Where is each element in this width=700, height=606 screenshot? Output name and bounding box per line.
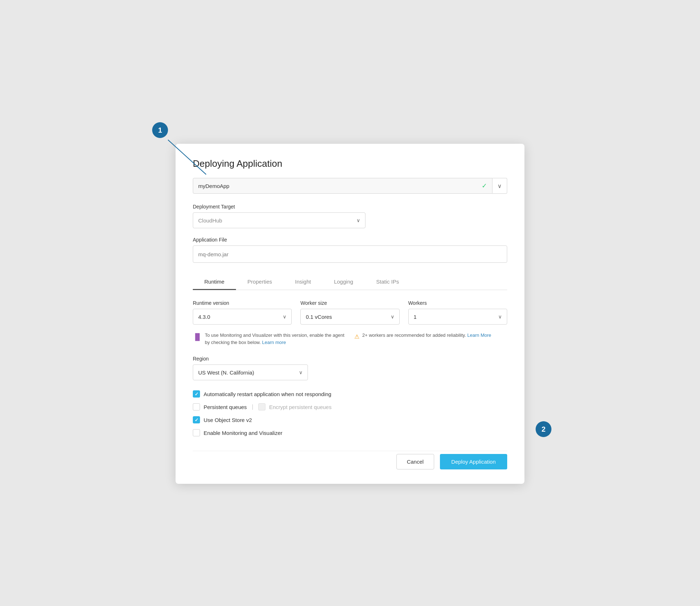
worker-size-chevron-icon: ∨: [391, 314, 394, 320]
worker-size-label: Worker size: [300, 300, 399, 306]
workers-info: ⚠ 2+ workers are recommended for added r…: [354, 332, 507, 346]
runtime-version-label: Runtime version: [193, 300, 292, 306]
pipe-divider: |: [252, 404, 253, 410]
app-name-value: myDemoApp: [198, 183, 229, 189]
monitoring-visualizer-checkbox[interactable]: [193, 429, 200, 436]
persistent-queues-label: Persistent queues: [204, 404, 247, 410]
region-dropdown[interactable]: US West (N. California) ∨: [193, 364, 308, 380]
object-store-row: Use Object Store v2: [193, 416, 507, 423]
region-chevron-icon: ∨: [299, 369, 303, 375]
worker-size-field: Worker size 0.1 vCores ∨: [300, 300, 399, 325]
deployment-target-dropdown[interactable]: CloudHub ∨: [193, 212, 365, 228]
deployment-target-label: Deployment Target: [193, 204, 507, 210]
runtime-version-dropdown[interactable]: 4.3.0 ∨: [193, 309, 292, 325]
auto-restart-row: Automatically restart application when n…: [193, 390, 507, 398]
encrypt-queues-label: Encrypt persistent queues: [269, 404, 331, 410]
deploy-application-button[interactable]: Deploy Application: [440, 454, 507, 469]
modal-title: Deploying Application: [193, 158, 507, 169]
warning-icon: ⚠: [354, 332, 359, 341]
worker-size-dropdown[interactable]: 0.1 vCores ∨: [300, 309, 399, 325]
tab-logging[interactable]: Logging: [322, 274, 364, 290]
application-file-label: Application File: [193, 237, 507, 243]
tabs-container: Runtime Properties Insight Logging Stati…: [193, 274, 507, 290]
app-selector-chevron[interactable]: ∨: [492, 178, 507, 194]
region-label: Region: [193, 356, 507, 362]
cancel-button[interactable]: Cancel: [396, 454, 434, 469]
tab-insight[interactable]: Insight: [283, 274, 322, 290]
workers-info-text: 2+ workers are recommended for added rel…: [362, 332, 466, 338]
deploy-modal: Deploying Application myDemoApp ✓ ∨ Depl…: [176, 144, 524, 484]
tab-runtime[interactable]: Runtime: [193, 274, 236, 290]
encrypt-queues-checkbox: [258, 403, 265, 410]
footer-buttons: Cancel Deploy Application: [193, 451, 507, 469]
workers-value: 1: [414, 314, 417, 320]
tab-properties[interactable]: Properties: [236, 274, 283, 290]
workers-field: Workers 1 ∨: [408, 300, 507, 325]
runtime-grid: Runtime version 4.3.0 ∨ Worker size 0.1 …: [193, 300, 507, 325]
persistent-queues-checkbox[interactable]: [193, 403, 200, 410]
monitoring-visualizer-label: Enable Monitoring and Visualizer: [204, 430, 282, 436]
runtime-version-chevron-icon: ∨: [283, 314, 286, 320]
auto-restart-checkbox[interactable]: [193, 390, 200, 398]
app-input-box[interactable]: myDemoApp ✓: [193, 178, 492, 194]
monitoring-icon: ▐▌: [193, 332, 202, 342]
runtime-version-field: Runtime version 4.3.0 ∨: [193, 300, 292, 325]
workers-dropdown[interactable]: 1 ∨: [408, 309, 507, 325]
region-value: US West (N. California): [198, 369, 254, 376]
info-row: ▐▌ To use Monitoring and Visualizer with…: [193, 332, 507, 346]
auto-restart-label: Automatically restart application when n…: [204, 391, 331, 397]
monitoring-learn-more-link[interactable]: Learn more: [262, 340, 286, 345]
checkboxes-section: Automatically restart application when n…: [193, 390, 507, 436]
annotation-1: 1: [152, 122, 168, 138]
workers-label: Workers: [408, 300, 507, 306]
deployment-target-value: CloudHub: [198, 217, 222, 224]
monitoring-info: ▐▌ To use Monitoring and Visualizer with…: [193, 332, 346, 346]
checkmark-icon: ✓: [482, 182, 487, 190]
application-file-section: Application File: [193, 237, 507, 263]
chevron-down-icon: ∨: [497, 183, 502, 189]
monitoring-checkbox-row: Enable Monitoring and Visualizer: [193, 429, 507, 436]
workers-chevron-icon: ∨: [498, 314, 502, 320]
application-file-input[interactable]: [193, 245, 507, 263]
runtime-version-value: 4.3.0: [198, 314, 210, 320]
tab-static-ips[interactable]: Static IPs: [365, 274, 410, 290]
object-store-checkbox[interactable]: [193, 416, 200, 423]
persistent-queues-row: Persistent queues | Encrypt persistent q…: [193, 403, 507, 410]
workers-learn-more-link[interactable]: Learn More: [467, 332, 491, 338]
annotation-2: 2: [536, 421, 551, 437]
region-section: Region US West (N. California) ∨: [193, 356, 507, 380]
deployment-target-chevron-icon: ∨: [356, 217, 360, 223]
object-store-label: Use Object Store v2: [204, 417, 252, 423]
deployment-target-section: Deployment Target CloudHub ∨: [193, 204, 507, 228]
app-selector-row: myDemoApp ✓ ∨: [193, 178, 507, 194]
worker-size-value: 0.1 vCores: [306, 314, 332, 320]
